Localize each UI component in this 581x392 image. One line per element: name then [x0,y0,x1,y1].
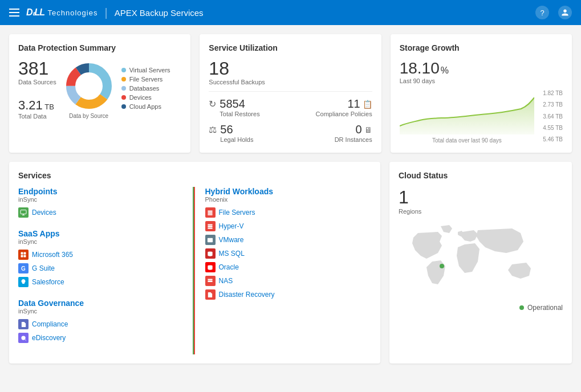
saas-sub: inSync [18,238,185,245]
svg-rect-14 [208,214,212,215]
legend-dot-db [121,86,126,91]
dr-row: 0 🖥 [335,123,372,136]
fileservers-label: File Servers [219,209,255,217]
ediscovery-label: eDiscovery [32,334,66,342]
bottom-row: Services Endpoints inSync Devices [9,162,572,364]
legend-dot-devices [121,95,126,100]
services-title: Services [18,171,371,180]
header-icons: ? [535,6,572,19]
salesforce-link[interactable]: Salesforce [18,277,185,287]
oracle-label: Oracle [219,263,239,271]
svg-rect-17 [208,227,212,228]
dr-link[interactable]: Disaster Recovery [205,289,363,300]
holds-label: Legal Holds [220,136,253,143]
cloud-status-card: Cloud Status 1 Regions [389,162,572,364]
user-icon[interactable] [558,6,572,19]
services-right-col: Hybrid Workloads Phoenix File Servers [193,187,372,354]
donut-label: Data by Source [69,113,108,119]
storage-label-2: 2.73 TB [539,101,563,108]
donut-chart [63,60,115,112]
compliance-row: 11 📋 [316,97,372,111]
storage-value: 18.10 [400,59,440,77]
svg-rect-16 [208,226,212,227]
legend-item-file: File Servers [121,76,182,83]
svg-rect-22 [208,280,212,281]
ediscovery-link[interactable]: eDiscovery [18,333,185,343]
su-restores-row: ↻ 5854 Total Restores 11 📋 Compliance Po… [209,97,372,117]
fileservers-icon [205,207,216,218]
holds-icon: ⚖ [209,124,217,135]
legend-label-db: Databases [129,85,160,92]
m365-link[interactable]: Microsoft 365 [18,250,185,260]
compliance-link[interactable]: Compliance [18,319,185,329]
mssql-link[interactable]: MS SQL [205,248,363,259]
operational-dot [519,305,524,310]
holds-detail: 56 Legal Holds [220,123,253,143]
main-content: Data Protection Summary 381 Data Sources… [0,25,581,373]
legend-item-cloud: Cloud Apps [121,103,182,110]
world-map-svg [399,222,563,301]
services-grid: Endpoints inSync Devices SaaS Apps inSyn… [18,187,371,354]
oracle-icon [205,262,216,272]
world-map [399,222,563,301]
legend-label-devices: Devices [129,94,152,101]
gsuite-label: G Suite [32,264,55,272]
operational-label: Operational [527,304,563,312]
nas-link[interactable]: NAS [205,276,363,286]
svg-rect-21 [208,279,212,280]
total-label: Total Data [18,113,56,120]
gsuite-link[interactable]: G G Suite [18,263,185,273]
salesforce-label: Salesforce [32,278,64,286]
svg-rect-13 [208,212,212,213]
help-icon[interactable]: ? [535,6,549,19]
cloud-regions-value: 1 [399,187,563,208]
legend-dot-cloud [121,104,126,109]
dr-label: DR Instances [335,136,372,143]
legend-item-virtual: Virtual Servers [121,67,182,74]
sources-value: 381 [18,59,56,77]
storage-label-3: 3.64 TB [539,113,563,120]
data-protection-title: Data Protection Summary [18,43,181,52]
hybrid-sub: Phoenix [205,196,363,203]
dr-icon [205,289,216,300]
backups-value: 18 [209,59,372,77]
storage-labels: 1.82 TB 2.73 TB 3.64 TB 4.55 TB 5.46 TB [539,89,563,144]
su-holds: ⚖ 56 Legal Holds [209,123,253,143]
compliance-label: Compliance [32,320,68,328]
legend-item-devices: Devices [121,94,182,101]
vmware-icon [205,235,216,245]
vmware-label: VMware [219,236,244,244]
top-row: Data Protection Summary 381 Data Sources… [9,34,572,153]
cloud-status-title: Cloud Status [399,171,563,180]
sources-label: Data Sources [18,79,56,85]
hamburger-menu[interactable] [9,9,19,17]
endpoints-title: Endpoints [18,187,185,196]
storage-growth-card: Storage Growth 18.10 % Last 90 days [391,34,572,153]
devices-link[interactable]: Devices [18,207,185,218]
dps-content: 381 Data Sources 3.21 TB Total Data [18,59,181,120]
total-data: 3.21 TB Total Data [18,99,56,120]
oracle-link[interactable]: Oracle [205,262,363,272]
salesforce-icon [18,277,29,287]
hyperv-link[interactable]: Hyper-V [205,221,363,231]
legend-dot-virtual [121,68,126,72]
storage-value-row: 18.10 % [400,59,563,77]
app-title: APEX Backup Services [115,8,204,18]
svg-rect-7 [21,252,23,255]
chart-bottom-label: Total data over last 90 days [400,137,534,144]
restores-detail: 5854 Total Restores [220,97,259,117]
vmware-link[interactable]: VMware [205,235,363,245]
svg-rect-6 [21,210,26,214]
services-card: Services Endpoints inSync Devices [9,162,380,364]
total-unit: TB [44,103,54,111]
svg-rect-12 [208,210,212,211]
su-restores: ↻ 5854 Total Restores [209,97,259,117]
header-left: DᴇLL Technologies | APEX Backup Services [9,6,204,19]
m365-label: Microsoft 365 [32,251,73,259]
hyperv-icon [205,221,216,231]
endpoints-section: Endpoints inSync Devices [18,187,185,218]
dell-logo: DᴇLL Technologies [26,7,97,18]
compliance-icon: 📋 [363,100,372,109]
devices-label: Devices [32,209,56,217]
fileservers-link[interactable]: File Servers [205,207,363,218]
